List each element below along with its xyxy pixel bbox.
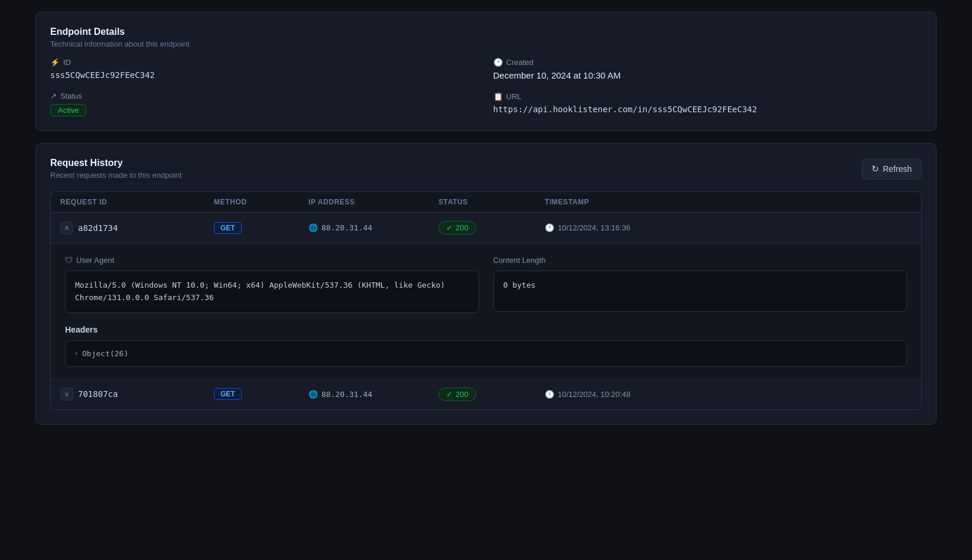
row-1-status-badge: ✓ 200 [438, 221, 476, 235]
id-section: ⚡ ID sss5CQwCEEJc92FEeC342 ↗ Status Acti… [50, 58, 479, 116]
user-agent-label: 🛡 User Agent [65, 256, 479, 265]
col-timestamp: Timestamp [545, 198, 912, 206]
check-icon: ✓ [446, 390, 453, 399]
url-value: https://api.hooklistener.com/in/sss5CQwC… [493, 105, 922, 114]
row-2-id-cell: ∨ 701807ca [60, 388, 214, 401]
col-method: Method [214, 198, 308, 206]
row-1-main: ∧ a82d1734 GET 🌐 88.20.31.44 ✓ 200 [51, 213, 921, 243]
col-status: Status [438, 198, 545, 206]
endpoint-details-subtitle: Technical information about this endpoin… [50, 40, 922, 48]
id-icon: ⚡ [50, 58, 60, 67]
headers-section: Headers › Object(26) [65, 325, 907, 367]
request-history-subtitle: Recent requests made to this endpoint [50, 171, 182, 180]
check-icon: ✓ [446, 223, 453, 232]
row-1-method: GET [214, 222, 308, 234]
row-2-status-badge: ✓ 200 [438, 388, 476, 401]
status-label: ↗ Status [50, 92, 479, 100]
globe-icon: 🌐 [308, 390, 318, 399]
request-history-header: Request History Recent requests made to … [50, 158, 922, 180]
request-history-title: Request History [50, 158, 182, 168]
created-label: 🕐 Created [493, 58, 922, 67]
headers-object-text: Object(26) [82, 349, 128, 358]
clock-icon: 🕐 [545, 390, 554, 399]
row-2-expand-button[interactable]: ∨ [60, 388, 73, 401]
row-1-expand-button[interactable]: ∧ [60, 222, 73, 235]
col-request-id: Request ID [60, 198, 214, 206]
request-history-title-group: Request History Recent requests made to … [50, 158, 182, 180]
chevron-right-icon: › [75, 349, 77, 357]
endpoint-details-card: Endpoint Details Technical information a… [35, 12, 937, 131]
id-label: ⚡ ID [50, 58, 479, 67]
refresh-button[interactable]: ↻ Refresh [862, 158, 922, 180]
globe-icon: 🌐 [308, 223, 318, 232]
row-2-ip: 🌐 88.20.31.44 [308, 390, 438, 399]
row-2-timestamp: 🕐 10/12/2024, 10:20:48 [545, 390, 912, 399]
refresh-icon: ↻ [872, 164, 879, 174]
row-1-expanded-content: 🛡 User Agent Mozilla/5.0 (Windows NT 10.… [51, 243, 921, 379]
row-1-timestamp: 🕐 10/12/2024, 13:16:36 [545, 223, 912, 232]
row-2-status: ✓ 200 [438, 388, 545, 401]
row-2-id: 701807ca [78, 389, 118, 399]
created-section: 🕐 Created December 10, 2024 at 10:30 AM … [493, 58, 922, 116]
table-row: ∨ 701807ca GET 🌐 88.20.31.44 ✓ 200 [51, 379, 921, 409]
table-row: ∧ a82d1734 GET 🌐 88.20.31.44 ✓ 200 [51, 213, 921, 379]
endpoint-details-title: Endpoint Details [50, 27, 922, 37]
request-history-card: Request History Recent requests made to … [35, 143, 937, 425]
table-body: ∧ a82d1734 GET 🌐 88.20.31.44 ✓ 200 [50, 212, 922, 410]
content-length-section: Content Length 0 bytes [493, 256, 908, 313]
expanded-grid: 🛡 User Agent Mozilla/5.0 (Windows NT 10.… [65, 256, 907, 313]
url-label: 📋 URL [493, 92, 922, 101]
headers-object[interactable]: › Object(26) [65, 340, 907, 367]
row-1-status: ✓ 200 [438, 221, 545, 235]
endpoint-details-grid: ⚡ ID sss5CQwCEEJc92FEeC342 ↗ Status Acti… [50, 58, 922, 116]
id-value: sss5CQwCEEJc92FEeC342 [50, 70, 479, 80]
row-1-id-cell: ∧ a82d1734 [60, 222, 214, 235]
user-agent-value: Mozilla/5.0 (Windows NT 10.0; Win64; x64… [65, 271, 479, 313]
clock-icon: 🕐 [493, 58, 503, 67]
status-icon: ↗ [50, 92, 57, 100]
headers-label: Headers [65, 325, 907, 334]
row-2-method: GET [214, 388, 308, 400]
table-header-row: Request ID Method IP Address Status Time… [50, 191, 922, 212]
clock-icon: 🕐 [545, 223, 554, 232]
row-1-id: a82d1734 [78, 223, 118, 233]
content-length-value: 0 bytes [493, 271, 908, 312]
row-1-method-badge: GET [214, 222, 242, 234]
created-value: December 10, 2024 at 10:30 AM [493, 70, 922, 80]
content-length-label: Content Length [493, 256, 908, 265]
row-2-method-badge: GET [214, 388, 242, 400]
status-badge: Active [50, 104, 86, 116]
request-table: Request ID Method IP Address Status Time… [50, 191, 922, 410]
row-1-ip: 🌐 88.20.31.44 [308, 223, 438, 232]
url-icon: 📋 [493, 92, 503, 101]
col-ip-address: IP Address [308, 198, 438, 206]
user-agent-section: 🛡 User Agent Mozilla/5.0 (Windows NT 10.… [65, 256, 479, 313]
shield-icon: 🛡 [65, 256, 73, 265]
